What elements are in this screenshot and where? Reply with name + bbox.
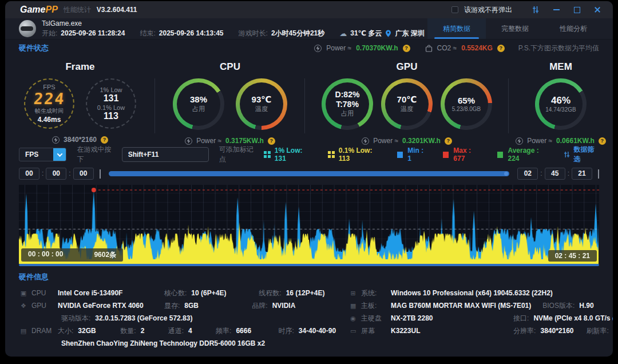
data-filter-label: 数据筛选 xyxy=(574,145,599,164)
gpu-temp-gauge: 70℃ 温度 xyxy=(381,78,433,130)
end-hh[interactable]: 02 xyxy=(517,168,538,180)
threads-value: 16 (12P+4E) xyxy=(286,289,325,297)
motherboard-icon: ▦ xyxy=(348,302,358,310)
dram-count-label: 数量: xyxy=(120,326,136,336)
cores-value: 10 (6P+4E) xyxy=(191,289,246,297)
close-button[interactable] xyxy=(590,4,605,15)
cpu-power-icon xyxy=(185,137,192,145)
filter-sliders-icon xyxy=(564,151,570,158)
chart-start-time: 00 : 00 : 00 xyxy=(28,250,63,260)
metric-select-dropdown[interactable] xyxy=(53,148,66,161)
cpu-temp-label: 温度 xyxy=(255,105,268,113)
gpu-usage-d: D:82% xyxy=(335,90,360,99)
co2-icon xyxy=(425,45,433,52)
data-filter-button[interactable]: 数据筛选 xyxy=(564,145,599,164)
chart-scrollbar[interactable] xyxy=(19,264,599,266)
display-key: 屏幕 xyxy=(358,326,391,336)
app-version: V3.2.604.411 xyxy=(97,6,137,14)
legend-1pct-low: 1% Low: 131 xyxy=(264,147,313,163)
end-mm[interactable]: 45 xyxy=(545,168,565,180)
chart-legend: 1% Low: 131 0.1% Low: 113 Min : 1 Max : … xyxy=(264,145,599,164)
gpu-power-help-icon[interactable] xyxy=(445,137,452,145)
tab-complete-data[interactable]: 完整数据 xyxy=(486,18,544,39)
gpu-temp-value: 70℃ xyxy=(397,95,417,105)
range-end-time[interactable]: 02 45 21 xyxy=(517,168,599,180)
board-value: MAG B760M MORTAR MAX WIFI (MS-7E01) xyxy=(391,302,531,310)
start-ss[interactable]: 00 xyxy=(73,168,94,180)
gpu-key: GPU xyxy=(28,302,58,310)
cpu-usage-gauge: 38% 占用 xyxy=(173,78,224,130)
end-time-dropdown[interactable] xyxy=(598,169,599,177)
cpu-power-help-icon[interactable] xyxy=(268,137,275,145)
end-label: 结束: xyxy=(140,29,155,38)
dram-count: 2 xyxy=(141,327,156,335)
cpu-info-row: ▣ CPU Intel Core i5-13490F 核心数: 10 (6P+4… xyxy=(19,287,348,299)
gpu-title: GPU xyxy=(397,61,418,73)
cpu-chip-icon: ▣ xyxy=(19,290,28,297)
app-window: GamePP 性能统计 V3.2.604.411 该游戏不再弹出 TslGame… xyxy=(5,1,613,357)
resolution-help-icon[interactable] xyxy=(101,136,108,144)
low1-label: 1% Low xyxy=(100,86,122,93)
legend-quad-icon xyxy=(328,151,335,159)
maximize-button[interactable] xyxy=(569,4,584,15)
hotkey-input[interactable] xyxy=(122,147,209,162)
metric-select[interactable]: FPS xyxy=(19,148,66,161)
vram-label: 显存: xyxy=(164,301,180,311)
gpu-temp-label: 温度 xyxy=(401,105,413,113)
legend-max: Max : 677 xyxy=(442,147,482,163)
start-hh[interactable]: 00 xyxy=(19,168,39,180)
fps-chart[interactable]: 00 : 00 : 00 9602条 02 : 45 : 21 xyxy=(19,185,599,266)
logo-game: Game xyxy=(20,5,45,14)
tab-performance-analysis[interactable]: 性能分析 xyxy=(544,18,603,39)
legend-01pct-low: 0.1% Low: 113 xyxy=(328,147,382,163)
mem-power-help-icon[interactable] xyxy=(599,137,606,145)
frame-title: Frame xyxy=(65,61,94,73)
weather-icon: ☁ xyxy=(339,29,347,38)
tab-simplified-data[interactable]: 精简数据 xyxy=(427,18,486,39)
vram-value: 8GB xyxy=(184,302,239,310)
app-subtitle: 性能统计 xyxy=(64,5,91,15)
gpu-power-icon xyxy=(362,137,369,145)
game-name: TslGame.exe xyxy=(42,19,425,27)
low-fps-gauge: 1% Low 131 0.1% Low 113 xyxy=(86,78,136,129)
hardware-info-section: 硬件信息 ▣ CPU Intel Core i5-13490F 核心数: 10 … xyxy=(5,266,613,350)
power-help-icon[interactable] xyxy=(403,45,410,52)
disk-info-row: ◉ 主硬盘 NX-2TB 2280 接口: NVMe (PCIe x4 8.0 … xyxy=(348,312,613,325)
cpu-power-value: 0.3175KW.h xyxy=(225,137,264,145)
co2-help-icon[interactable] xyxy=(497,45,505,52)
minimize-button[interactable] xyxy=(549,4,564,15)
os-key: 系统: xyxy=(358,288,391,298)
driver-value: 32.0.15.7283 (GeForce 572.83) xyxy=(95,314,192,322)
cpu-usage-value: 38% xyxy=(190,95,207,105)
end-ss[interactable]: 21 xyxy=(572,168,592,180)
board-key: 主板: xyxy=(358,301,391,311)
gpu-vram-gauge: 65% 5.23/8.0GB xyxy=(441,78,492,130)
os-value: Windows 10 Professional (x64) 19045.6332… xyxy=(391,289,553,297)
low01-value: 113 xyxy=(104,112,118,121)
dram-freq: 6666 xyxy=(236,327,266,335)
display-info-row: ▭ 屏幕 K3223UL 分辨率: 3840*2160 刷新率: 144Hz xyxy=(348,325,613,337)
driver-label: 驱动版本: xyxy=(61,314,90,323)
time-range-slider[interactable] xyxy=(109,171,510,176)
frame-section: Frame FPS 224 帧生成时间 4.46ms 1% Low 131 0.… xyxy=(5,58,155,145)
chart-sample-count: 9602条 xyxy=(94,250,116,260)
location-pin-icon xyxy=(385,30,391,37)
hardware-info-right: ⊞ 系统: Windows 10 Professional (x64) 1904… xyxy=(348,287,613,350)
hardware-gauges: Frame FPS 224 帧生成时间 4.46ms 1% Low 131 0.… xyxy=(5,57,613,145)
data-tabs: 精简数据 完整数据 性能分析 xyxy=(427,18,603,39)
no-popup-checkbox[interactable] xyxy=(451,6,458,13)
game-avatar xyxy=(19,20,36,37)
chart-end-badge: 02 : 45 : 21 xyxy=(548,250,597,262)
session-meta: TslGame.exe 开始: 2025-09-26 11:28:24 结束: … xyxy=(42,19,425,38)
co2-label: CO2 ≈ xyxy=(437,44,457,52)
mem-detail: 14.74/32GB xyxy=(545,106,576,113)
start-mm[interactable]: 00 xyxy=(46,168,66,180)
mem-power-icon xyxy=(516,137,523,145)
boss-key-icon[interactable] xyxy=(528,4,543,15)
frametime-value: 4.46ms xyxy=(38,116,61,124)
start-time-dropdown[interactable] xyxy=(100,169,101,177)
fps-value: 224 xyxy=(33,91,66,106)
brand-label: 品牌: xyxy=(252,301,267,311)
start-value: 2025-09-26 11:28:24 xyxy=(61,29,125,37)
range-start-time[interactable]: 00 00 00 xyxy=(19,168,101,180)
